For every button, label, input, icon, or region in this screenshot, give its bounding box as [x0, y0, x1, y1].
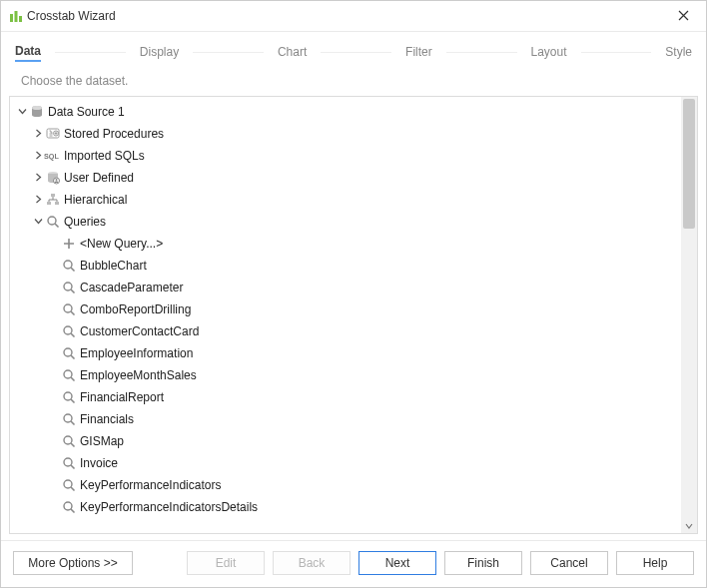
- svg-rect-11: [51, 194, 55, 197]
- tree-q-employeeinformation[interactable]: EmployeeInformation: [10, 342, 681, 364]
- finish-button[interactable]: Finish: [444, 551, 522, 575]
- tree-item-label: Stored Procedures: [62, 127, 164, 141]
- twisty-closed-icon[interactable]: [32, 195, 44, 206]
- tree-item-label: <New Query...>: [78, 237, 163, 251]
- query-icon: [60, 434, 78, 448]
- query-icon: [60, 281, 78, 294]
- tree-datasource-1[interactable]: Data Source 1: [10, 101, 681, 123]
- titlebar: Crosstab Wizard: [1, 1, 706, 31]
- svg-point-25: [64, 480, 72, 488]
- more-options-button[interactable]: More Options >>: [13, 551, 133, 575]
- tab-separator: [193, 52, 264, 53]
- database-icon: [28, 105, 46, 119]
- svg-point-16: [64, 283, 72, 291]
- query-icon: [60, 412, 78, 426]
- tab-chart[interactable]: Chart: [278, 43, 307, 61]
- vertical-scrollbar[interactable]: [681, 97, 697, 533]
- svg-point-18: [64, 326, 72, 334]
- tree-item-label: Invoice: [78, 456, 118, 470]
- svg-point-17: [64, 304, 72, 312]
- tab-data[interactable]: Data: [15, 42, 41, 62]
- query-icon: [60, 324, 78, 338]
- tree-item-label: Hierarchical: [62, 193, 127, 207]
- tree-q-invoice[interactable]: Invoice: [10, 452, 681, 474]
- svg-text:SQL: SQL: [44, 152, 59, 161]
- tree-item-label: KeyPerformanceIndicatorsDetails: [78, 500, 258, 514]
- tab-layout[interactable]: Layout: [531, 43, 567, 61]
- svg-rect-2: [19, 16, 22, 22]
- dataset-tree[interactable]: Data Source 1Stored ProceduresSQLImporte…: [10, 97, 681, 533]
- tree-queries[interactable]: Queries: [10, 211, 681, 233]
- tree-q-customercontactcard[interactable]: CustomerContactCard: [10, 320, 681, 342]
- query-icon: [60, 259, 78, 273]
- tree-item-label: EmployeeInformation: [78, 346, 193, 360]
- tree-item-label: KeyPerformanceIndicators: [78, 478, 221, 492]
- window-title: Crosstab Wizard: [23, 9, 668, 23]
- tree-q-employeemonthsales[interactable]: EmployeeMonthSales: [10, 364, 681, 386]
- twisty-closed-icon[interactable]: [32, 173, 44, 184]
- tree-item-label: EmployeeMonthSales: [78, 368, 197, 382]
- tree-item-label: Imported SQLs: [62, 149, 145, 163]
- svg-rect-1: [15, 11, 18, 22]
- app-icon: [9, 9, 23, 23]
- tab-display[interactable]: Display: [140, 43, 179, 61]
- tree-item-label: User Defined: [62, 171, 134, 185]
- twisty-closed-icon[interactable]: [32, 151, 44, 162]
- wizard-window: Crosstab Wizard DataDisplayChartFilterLa…: [0, 0, 707, 588]
- tab-separator: [446, 52, 517, 53]
- tree-item-label: CascadeParameter: [78, 281, 183, 294]
- button-bar: More Options >> Edit Back Next Finish Ca…: [1, 540, 706, 587]
- tree-item-label: Financials: [78, 412, 134, 426]
- back-button: Back: [273, 551, 351, 575]
- svg-rect-13: [55, 202, 59, 205]
- tree-q-comboreportdrilling[interactable]: ComboReportDrilling: [10, 298, 681, 320]
- twisty-closed-icon[interactable]: [32, 129, 44, 140]
- scrollbar-down-icon[interactable]: [681, 519, 697, 533]
- tree-q-kpidetails[interactable]: KeyPerformanceIndicatorsDetails: [10, 496, 681, 518]
- twisty-open-icon[interactable]: [16, 107, 28, 118]
- tab-separator: [321, 52, 391, 53]
- query-icon: [60, 368, 78, 382]
- query-icon: [60, 456, 78, 470]
- tree-q-cascadeparameter[interactable]: CascadeParameter: [10, 277, 681, 298]
- tree-item-label: Data Source 1: [46, 105, 125, 119]
- tree-q-bubblechart[interactable]: BubbleChart: [10, 255, 681, 277]
- tab-separator: [55, 52, 126, 53]
- tab-filter[interactable]: Filter: [405, 43, 432, 61]
- tree-q-financialreport[interactable]: FinancialReport: [10, 386, 681, 408]
- help-button[interactable]: Help: [616, 551, 694, 575]
- svg-point-10: [56, 179, 58, 181]
- query-icon: [60, 390, 78, 404]
- tree-item-label: Queries: [62, 215, 106, 229]
- svg-rect-0: [10, 14, 13, 22]
- userdef-icon: [44, 171, 62, 185]
- tree-item-label: ComboReportDrilling: [78, 302, 191, 316]
- tree-stored-procedures[interactable]: Stored Procedures: [10, 123, 681, 145]
- svg-point-14: [48, 217, 56, 225]
- next-button[interactable]: Next: [358, 551, 436, 575]
- tree-imported-sqls[interactable]: SQLImported SQLs: [10, 145, 681, 167]
- close-icon[interactable]: [668, 8, 698, 24]
- tree-q-kpi[interactable]: KeyPerformanceIndicators: [10, 474, 681, 496]
- tree-item-label: BubbleChart: [78, 259, 147, 273]
- query-icon: [60, 478, 78, 492]
- query-icon: [60, 500, 78, 514]
- sql-icon: SQL: [44, 150, 62, 162]
- wizard-tabs: DataDisplayChartFilterLayoutStyle: [1, 32, 706, 68]
- twisty-open-icon[interactable]: [32, 217, 44, 228]
- proc-icon: [44, 127, 62, 141]
- tree-user-defined[interactable]: User Defined: [10, 167, 681, 189]
- tab-separator: [581, 52, 652, 53]
- scrollbar-thumb[interactable]: [683, 99, 695, 229]
- svg-point-4: [32, 106, 42, 110]
- tree-new-query[interactable]: <New Query...>: [10, 233, 681, 255]
- query-icon: [60, 346, 78, 360]
- tab-style[interactable]: Style: [665, 43, 692, 61]
- tree-q-gismap[interactable]: GISMap: [10, 430, 681, 452]
- svg-point-22: [64, 414, 72, 422]
- svg-point-20: [64, 370, 72, 378]
- tree-hierarchical[interactable]: Hierarchical: [10, 189, 681, 211]
- tree-q-financials[interactable]: Financials: [10, 408, 681, 430]
- svg-rect-12: [47, 202, 51, 205]
- cancel-button[interactable]: Cancel: [530, 551, 608, 575]
